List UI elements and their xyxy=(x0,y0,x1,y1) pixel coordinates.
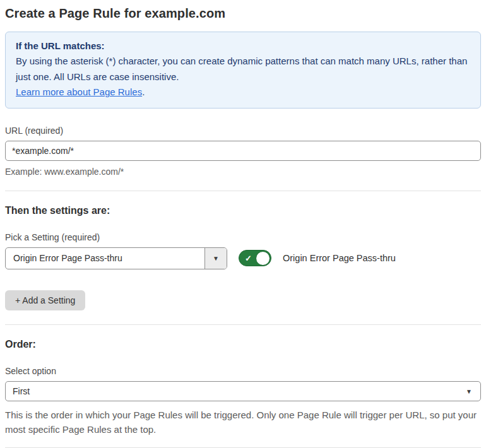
dropdown-arrow-button[interactable]: ▼ xyxy=(204,248,227,269)
toggle-label: Origin Error Page Pass-thru xyxy=(283,253,396,263)
toggle-knob xyxy=(256,252,270,265)
url-match-info-box: If the URL matches: By using the asteris… xyxy=(5,32,481,109)
order-heading: Order: xyxy=(5,339,481,350)
add-setting-button[interactable]: + Add a Setting xyxy=(5,290,85,310)
chevron-down-icon: ▼ xyxy=(466,387,472,394)
link-suffix: . xyxy=(142,86,145,97)
settings-heading: Then the settings are: xyxy=(5,205,481,216)
url-example-text: Example: www.example.com/* xyxy=(5,167,481,177)
pick-setting-select[interactable]: Origin Error Page Pass-thru ▼ xyxy=(5,247,227,269)
order-select[interactable]: First ▼ xyxy=(5,381,481,401)
info-box-body: By using the asterisk (*) character, you… xyxy=(16,54,470,85)
learn-more-link[interactable]: Learn more about Page Rules xyxy=(16,86,142,97)
setting-row: Origin Error Page Pass-thru ▼ ✓ Origin E… xyxy=(5,247,481,269)
chevron-down-icon: ▼ xyxy=(213,255,219,262)
order-select-value: First xyxy=(13,386,30,396)
divider xyxy=(5,191,481,191)
origin-error-toggle[interactable]: ✓ xyxy=(239,250,271,266)
page-rule-form: Create a Page Rule for example.com If th… xyxy=(0,0,486,448)
order-helper-text: This is the order in which your Page Rul… xyxy=(5,408,481,437)
order-select-label: Select option xyxy=(5,366,481,376)
check-icon: ✓ xyxy=(245,254,252,262)
page-title: Create a Page Rule for example.com xyxy=(5,6,481,21)
url-label: URL (required) xyxy=(5,126,481,136)
info-box-link-row: Learn more about Page Rules. xyxy=(16,85,470,100)
pick-setting-value: Origin Error Page Pass-thru xyxy=(6,248,204,269)
info-box-heading: If the URL matches: xyxy=(16,38,470,54)
pick-setting-label: Pick a Setting (required) xyxy=(5,232,481,242)
divider xyxy=(5,324,481,325)
url-input[interactable] xyxy=(5,141,481,161)
